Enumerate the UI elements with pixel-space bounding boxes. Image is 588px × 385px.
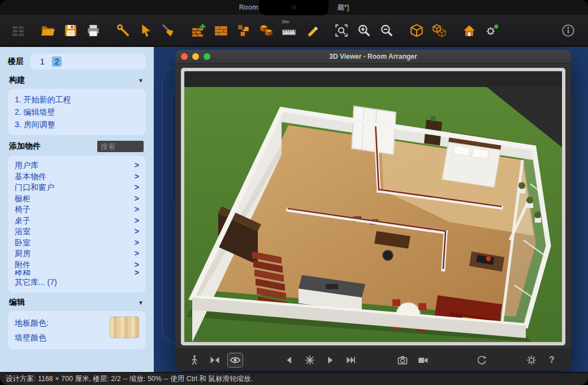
chevron-right-icon: > — [135, 226, 139, 237]
edit-section-title: 编辑 — [9, 297, 25, 308]
print-icon[interactable] — [85, 20, 102, 41]
chevron-right-icon: > — [135, 237, 139, 249]
brick-wall-icon[interactable] — [213, 20, 230, 41]
main-toolbar: 35m — [0, 15, 588, 46]
viewer-titlebar[interactable]: 3D Viewer - Room Arranger — [175, 50, 571, 64]
pattern-grid-icon[interactable] — [10, 20, 27, 41]
category-accessories[interactable]: 附件> — [15, 259, 139, 271]
app-window: Room 题*] — [0, 0, 588, 385]
chevron-right-icon: > — [135, 160, 139, 171]
search-input[interactable] — [97, 141, 144, 152]
tools-icon[interactable] — [115, 20, 132, 41]
fly-icon[interactable] — [207, 353, 223, 367]
ruler-icon[interactable]: 35m — [280, 20, 297, 41]
wall-color-link[interactable]: 墙壁颜色 — [15, 330, 49, 345]
window-title-left: Room — [239, 3, 258, 11]
house-3d-icon[interactable] — [461, 20, 478, 41]
floor-2-button[interactable]: 2 — [52, 57, 62, 67]
chevron-right-icon: > — [135, 182, 139, 193]
help-button[interactable]: ? — [544, 353, 560, 367]
floor-texture-swatch[interactable] — [110, 317, 139, 338]
plan-canvas[interactable]: 3D Viewer - Room Arranger — [154, 47, 588, 372]
waypoint-icon[interactable] — [302, 353, 318, 367]
apartment-3d-scene — [184, 71, 562, 342]
category-chairs[interactable]: 椅子> — [15, 204, 139, 215]
boxes-icon[interactable] — [258, 20, 275, 41]
category-user-library[interactable]: 用户库> — [15, 160, 139, 171]
walk-icon[interactable] — [187, 353, 202, 367]
zoom-region-icon[interactable] — [333, 20, 350, 41]
floor-1-button[interactable]: 1 — [37, 57, 47, 67]
category-basic-objects[interactable]: 基本物件> — [15, 171, 139, 183]
render-settings-icon[interactable] — [483, 20, 500, 41]
chevron-right-icon: > — [135, 259, 139, 271]
window-title-right: 题*] — [338, 3, 349, 12]
minimize-button[interactable] — [192, 53, 199, 60]
chevron-right-icon: > — [135, 215, 139, 227]
left-sidebar: 楼层 1 2 构建 ▼ 1. 开始新的工程 2. 编辑墙壁 3. 房间调整 添加… — [0, 47, 154, 372]
viewer-toolbar: ? — [175, 349, 571, 370]
turn-icon[interactable] — [474, 353, 490, 367]
category-bathroom[interactable]: 浴室> — [15, 226, 139, 237]
chevron-right-icon: > — [135, 270, 139, 275]
viewer-frame — [181, 68, 565, 345]
fast-forward-icon[interactable] — [343, 353, 358, 367]
chevron-down-icon[interactable]: ▼ — [138, 77, 144, 84]
ruler-label: 35m — [282, 20, 289, 24]
build-step-new-project[interactable]: 1. 开始新的工程 — [15, 93, 139, 106]
pencil-icon[interactable] — [303, 20, 320, 41]
eye-icon[interactable] — [227, 353, 243, 367]
cursor-icon[interactable] — [137, 20, 154, 41]
floor-selector: 1 2 — [31, 54, 146, 70]
category-cabinets[interactable]: 橱柜> — [15, 193, 139, 205]
build-steps-panel: 1. 开始新的工程 2. 编辑墙壁 3. 房间调整 — [8, 89, 146, 135]
wall-add-icon[interactable] — [190, 20, 207, 41]
build-step-edit-walls[interactable]: 2. 编辑墙壁 — [15, 106, 139, 118]
zoom-out-icon[interactable] — [378, 20, 395, 41]
display-notch — [260, 0, 328, 15]
play-icon[interactable] — [322, 353, 338, 367]
settings-icon[interactable] — [524, 353, 539, 367]
step-back-icon[interactable] — [282, 353, 297, 367]
build-step-adjust-rooms[interactable]: 3. 房间调整 — [15, 118, 139, 131]
close-button[interactable] — [181, 53, 188, 60]
add-objects-title: 添加物件 — [9, 141, 41, 152]
zoom-in-icon[interactable] — [356, 20, 373, 41]
chevron-down-icon[interactable]: ▼ — [138, 300, 144, 306]
status-bar: 设计方案: 1168 × 700 厘米, 楼层: 2/2 -- 缩放: 50% … — [0, 372, 588, 385]
category-tables[interactable]: 桌子> — [15, 215, 139, 227]
category-stairs[interactable]: 楼梯> — [15, 270, 139, 275]
viewer-window[interactable]: 3D Viewer - Room Arranger — [175, 50, 571, 370]
chevron-right-icon: > — [135, 193, 139, 205]
info-icon[interactable] — [560, 20, 577, 41]
status-text: 设计方案: 1168 × 700 厘米, 楼层: 2/2 -- 缩放: 50% … — [6, 375, 253, 383]
chevron-right-icon: > — [135, 248, 139, 259]
object-categories-panel: 用户库> 基本物件> 门口和窗户> 橱柜> 椅子> 桌子> 浴室> 卧室> 厨房… — [8, 155, 146, 293]
record-video-icon[interactable] — [415, 353, 431, 367]
chevron-right-icon: > — [135, 204, 139, 215]
save-icon[interactable] — [62, 20, 79, 41]
floor-label: 楼层 — [8, 57, 24, 67]
category-kitchen[interactable]: 厨房> — [15, 248, 139, 259]
more-libraries-link[interactable]: 其它库... (7) — [15, 276, 139, 288]
zoom-button[interactable] — [204, 53, 210, 60]
render-viewport[interactable] — [184, 71, 562, 342]
open-folder-icon[interactable] — [40, 20, 57, 41]
cube-3d-icon[interactable] — [408, 20, 425, 41]
category-doors-windows[interactable]: 门口和窗户> — [15, 182, 139, 193]
chevron-right-icon: > — [135, 171, 139, 183]
floor-color-link[interactable]: 地板颜色: — [15, 315, 49, 330]
edit-panel: 地板颜色: 墙壁颜色 — [8, 311, 146, 349]
brush-icon[interactable] — [160, 20, 177, 41]
category-bedroom[interactable]: 卧室> — [15, 237, 139, 249]
move-objects-icon[interactable] — [235, 20, 252, 41]
cubes-3d-icon[interactable] — [431, 20, 448, 41]
viewer-title: 3D Viewer - Room Arranger — [175, 53, 571, 60]
camera-dot — [292, 5, 296, 10]
camera-icon[interactable] — [395, 353, 410, 367]
build-section-title: 构建 — [9, 75, 25, 85]
window-titlebar[interactable]: Room 题*] — [0, 0, 588, 15]
